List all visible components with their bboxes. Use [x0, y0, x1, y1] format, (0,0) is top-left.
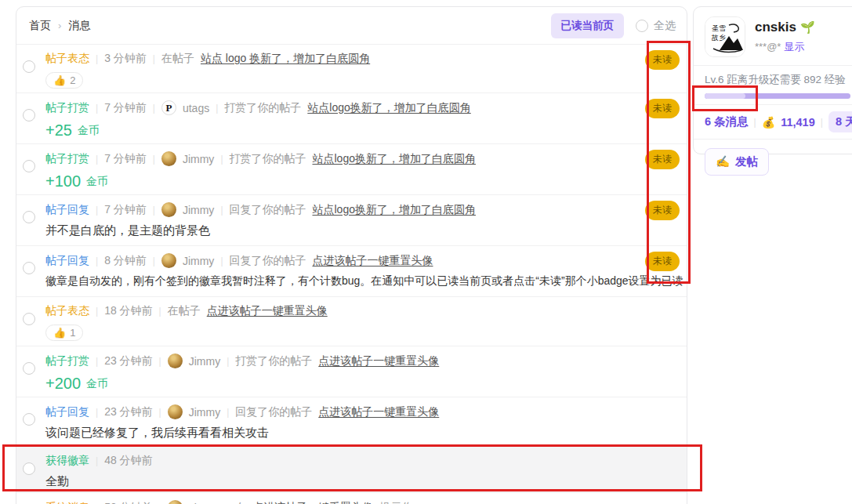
reaction-pill[interactable]: 👍 2 — [45, 72, 83, 89]
notification-time: 23 分钟前 — [104, 354, 152, 368]
row-select-radio[interactable] — [23, 462, 35, 475]
separator: | — [821, 117, 823, 128]
seedling-icon: 🌱 — [800, 20, 815, 34]
notification-context: 在 — [235, 501, 246, 504]
notification-time: 50 分钟前 — [104, 501, 152, 504]
thumbs-up-icon: 👍 — [53, 327, 66, 339]
notification-suffix: 提示你 — [379, 501, 412, 504]
coin-icon: 💰 — [762, 116, 775, 129]
breadcrumb-home-link[interactable]: 首页 — [29, 19, 51, 33]
row-select-radio[interactable] — [23, 160, 35, 172]
separator: | — [153, 103, 155, 114]
show-email-link[interactable]: 显示 — [784, 41, 804, 53]
separator: | — [96, 154, 98, 165]
user-avatar: P — [161, 100, 176, 115]
action-text: 打赏了你的帖子 — [230, 152, 306, 166]
unread-badge[interactable]: 未读 — [645, 50, 680, 70]
unread-badge[interactable]: 未读 — [645, 252, 680, 271]
unread-badge[interactable]: 未读 — [645, 150, 680, 169]
new-post-button[interactable]: ✍️ 发帖 — [705, 148, 769, 176]
separator: | — [220, 256, 223, 267]
select-all-control[interactable]: 全选 — [636, 19, 676, 33]
post-link[interactable]: 点进该帖子一键重置头像 — [318, 405, 439, 419]
notification-time: 18 分钟前 — [104, 304, 152, 318]
reply-body: 徽章是自动发的，刚有个签到的徽章我暂时注释了，有个计数bug。在通知中可以已读当… — [45, 274, 683, 288]
coins-count[interactable]: 11,419 — [781, 116, 815, 129]
level-section: Lv.6 距离升级还需要 892 经验 — [694, 65, 852, 104]
notification-type: 帖子打赏 — [45, 152, 89, 166]
separator: | — [159, 306, 161, 317]
post-link[interactable]: 站点logo换新了，增加了白底圆角 — [313, 152, 476, 166]
user-avatar — [161, 151, 176, 166]
unread-badge[interactable]: 未读 — [645, 99, 680, 118]
profile-avatar[interactable]: 圣雪 故乡 — [705, 16, 745, 57]
notification-row[interactable]: 帖子打赏 | 7 分钟前 | Jimmy | 打赏了你的帖子 站点logo换新了… — [16, 143, 687, 194]
separator: | — [159, 407, 161, 418]
mark-read-current-page-button[interactable]: 已读当前页 — [551, 13, 625, 38]
action-text: 回复了你的帖子 — [230, 254, 306, 268]
row-select-radio[interactable] — [23, 313, 35, 325]
post-link[interactable]: 站点logo换新了，增加了白底圆角 — [313, 203, 476, 217]
row-select-radio[interactable] — [23, 362, 35, 375]
separator: | — [220, 154, 223, 165]
post-link[interactable]: 点进该帖子一键重置头像 — [252, 501, 373, 504]
user-avatar — [168, 500, 183, 504]
thumbs-up-icon: 👍 — [53, 74, 66, 86]
row-select-radio[interactable] — [23, 413, 35, 426]
separator: | — [96, 103, 98, 114]
svg-text:故乡: 故乡 — [711, 34, 726, 42]
notification-row[interactable]: 帖子打赏 | 7 分钟前 | P utags | 打赏了你的帖子 站点logo换… — [16, 92, 687, 143]
notification-row-badge-earned[interactable]: 获得徽章 | 48 分钟前 全勤 — [16, 446, 687, 492]
badge-name: 全勤 — [45, 474, 69, 489]
notification-context: 在帖子 — [161, 52, 194, 66]
post-link[interactable]: 点进该帖子一键重置头像 — [318, 354, 439, 368]
unread-badge[interactable]: 未读 — [645, 201, 680, 220]
reaction-count: 1 — [70, 327, 75, 339]
reaction-pill[interactable]: 👍 1 — [45, 325, 83, 341]
post-button-row: ✍️ 发帖 — [694, 139, 852, 185]
actor-name: Jimmy — [189, 355, 220, 368]
notification-type: 帖子回复 — [45, 203, 89, 217]
separator: | — [153, 53, 155, 64]
row-select-radio[interactable] — [23, 211, 35, 223]
separator: | — [227, 356, 229, 367]
notification-type: 帖子表态 — [45, 304, 89, 318]
user-avatar — [161, 253, 176, 268]
actor-name: utags — [183, 102, 209, 114]
separator: | — [216, 103, 218, 114]
notification-time: 7 分钟前 — [104, 203, 147, 217]
notification-row[interactable]: 系统消息 | 50 分钟前 | Jimmy | 在 点进该帖子一键重置头像 提示… — [16, 492, 687, 504]
username[interactable]: cnskis 🌱 — [755, 20, 815, 35]
post-link[interactable]: 站点logo换新了，增加了白底圆角 — [307, 101, 470, 115]
separator: | — [96, 455, 98, 466]
separator: | — [754, 117, 756, 128]
reply-body: 该问题已经修复了，我后续再看看相关攻击 — [45, 426, 269, 441]
separator: | — [220, 205, 223, 216]
days-badge[interactable]: 8 天 — [828, 111, 852, 132]
separator: | — [153, 205, 155, 216]
select-all-radio[interactable] — [636, 20, 648, 32]
actor-name: Jimmy — [183, 204, 214, 216]
notification-row[interactable]: 帖子回复 | 23 分钟前 | Jimmy | 回复了你的帖子 点进该帖子一键重… — [16, 397, 687, 446]
toolbar: 已读当前页 全选 — [551, 13, 676, 38]
row-select-radio[interactable] — [23, 60, 35, 73]
row-select-radio[interactable] — [23, 109, 35, 121]
row-select-radio[interactable] — [23, 262, 35, 274]
reaction-count: 2 — [70, 74, 75, 86]
notification-row[interactable]: 帖子回复 | 8 分钟前 | Jimmy | 回复了你的帖子 点进该帖子一键重置… — [16, 245, 687, 296]
action-text: 回复了你的帖子 — [235, 405, 312, 419]
post-link[interactable]: 点进该帖子一键重置头像 — [207, 304, 328, 318]
notification-row[interactable]: 帖子表态 | 3 分钟前 | 在帖子 站点 logo 换新了，增加了白底圆角 👍… — [16, 44, 687, 92]
separator: | — [96, 306, 98, 317]
notification-time: 7 分钟前 — [104, 101, 147, 115]
notification-row[interactable]: 帖子打赏 | 23 分钟前 | Jimmy | 打赏了你的帖子 点进该帖子一键重… — [16, 346, 687, 397]
actor-name: Jimmy — [183, 153, 214, 165]
post-link[interactable]: 站点 logo 换新了，增加了白底圆角 — [201, 52, 370, 66]
post-link[interactable]: 点进该帖子一键重置头像 — [313, 254, 433, 268]
notification-row[interactable]: 帖子回复 | 7 分钟前 | Jimmy | 回复了你的帖子 站点logo换新了… — [16, 194, 687, 245]
separator: | — [159, 356, 161, 367]
notification-type: 帖子打赏 — [45, 101, 89, 115]
messages-count-link[interactable]: 6 条消息 — [705, 114, 749, 129]
notification-time: 23 分钟前 — [104, 405, 152, 419]
notification-row[interactable]: 帖子表态 | 18 分钟前 | 在帖子 点进该帖子一键重置头像 👍 1 — [16, 296, 687, 346]
